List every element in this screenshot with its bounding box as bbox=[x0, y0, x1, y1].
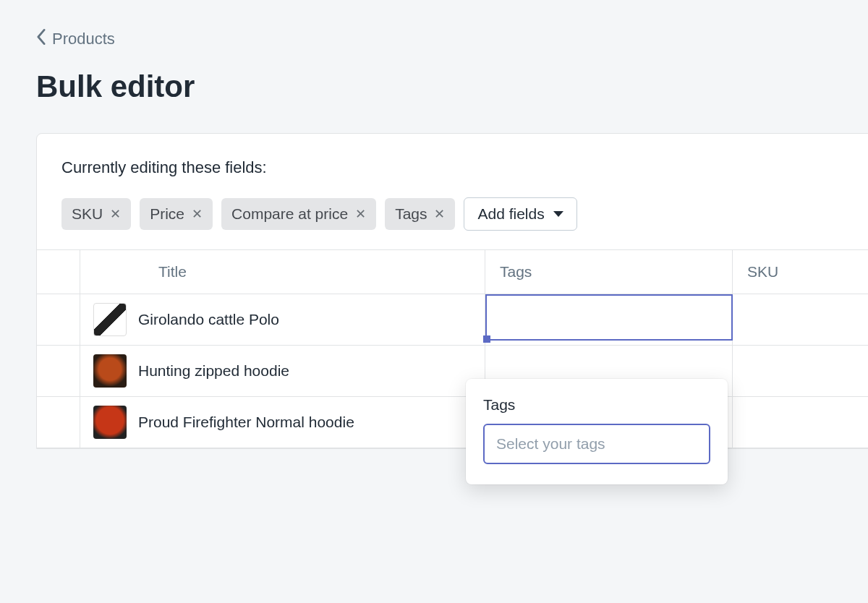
table-row: Proud Firefighter Normal hoodie bbox=[37, 397, 868, 448]
cell-sku[interactable] bbox=[733, 294, 868, 345]
chip-sku[interactable]: SKU ✕ bbox=[61, 198, 131, 230]
close-icon[interactable]: ✕ bbox=[355, 206, 366, 222]
cell-sku[interactable] bbox=[733, 346, 868, 396]
breadcrumb-label: Products bbox=[52, 30, 115, 48]
close-icon[interactable]: ✕ bbox=[110, 206, 121, 222]
close-icon[interactable]: ✕ bbox=[192, 206, 203, 222]
row-handle[interactable] bbox=[37, 294, 80, 345]
row-handle[interactable] bbox=[37, 346, 80, 396]
add-fields-button[interactable]: Add fields bbox=[464, 197, 576, 231]
chip-tags[interactable]: Tags ✕ bbox=[385, 198, 455, 230]
cell-title[interactable]: Hunting zipped hoodie bbox=[80, 346, 485, 396]
chip-compare-at-price[interactable]: Compare at price ✕ bbox=[221, 198, 376, 230]
breadcrumb[interactable]: Products bbox=[36, 29, 868, 49]
editing-fields-label: Currently editing these fields: bbox=[61, 158, 857, 177]
chip-label: Tags bbox=[395, 205, 427, 223]
close-icon[interactable]: ✕ bbox=[434, 206, 445, 222]
field-chips: SKU ✕ Price ✕ Compare at price ✕ Tags ✕ … bbox=[61, 197, 857, 231]
tags-popover: Tags bbox=[466, 379, 728, 484]
col-tags[interactable]: Tags bbox=[485, 250, 733, 294]
table-header: Title Tags SKU bbox=[37, 250, 868, 294]
product-thumbnail bbox=[93, 354, 127, 388]
product-thumbnail bbox=[93, 406, 127, 439]
product-title: Girolando cattle Polo bbox=[138, 311, 279, 328]
product-title: Proud Firefighter Normal hoodie bbox=[138, 414, 354, 431]
card-header: Currently editing these fields: SKU ✕ Pr… bbox=[37, 134, 868, 249]
editor-card: Currently editing these fields: SKU ✕ Pr… bbox=[36, 133, 868, 449]
tags-input[interactable] bbox=[483, 424, 710, 464]
table-row: Girolando cattle Polo bbox=[37, 294, 868, 346]
chip-label: Compare at price bbox=[231, 205, 348, 223]
chip-label: SKU bbox=[72, 205, 103, 223]
chevron-left-icon bbox=[36, 29, 46, 49]
col-handle bbox=[37, 250, 80, 294]
product-title: Hunting zipped hoodie bbox=[138, 362, 289, 380]
row-handle[interactable] bbox=[37, 397, 80, 448]
cell-title[interactable]: Proud Firefighter Normal hoodie bbox=[80, 397, 485, 448]
table-row: Hunting zipped hoodie bbox=[37, 346, 868, 397]
col-sku[interactable]: SKU bbox=[733, 250, 868, 294]
cell-tags-active[interactable] bbox=[485, 294, 733, 341]
caret-down-icon bbox=[553, 211, 563, 217]
popover-title: Tags bbox=[483, 396, 710, 414]
cell-sku[interactable] bbox=[733, 397, 868, 448]
col-title[interactable]: Title bbox=[80, 250, 485, 294]
chip-price[interactable]: Price ✕ bbox=[140, 198, 213, 230]
products-table: Title Tags SKU Girolando cattle Polo bbox=[37, 249, 868, 448]
page-title: Bulk editor bbox=[36, 69, 868, 104]
add-fields-label: Add fields bbox=[477, 205, 544, 223]
product-thumbnail bbox=[93, 303, 127, 336]
cell-title[interactable]: Girolando cattle Polo bbox=[80, 294, 485, 345]
selection-handle-icon[interactable] bbox=[483, 335, 490, 343]
chip-label: Price bbox=[150, 205, 184, 223]
